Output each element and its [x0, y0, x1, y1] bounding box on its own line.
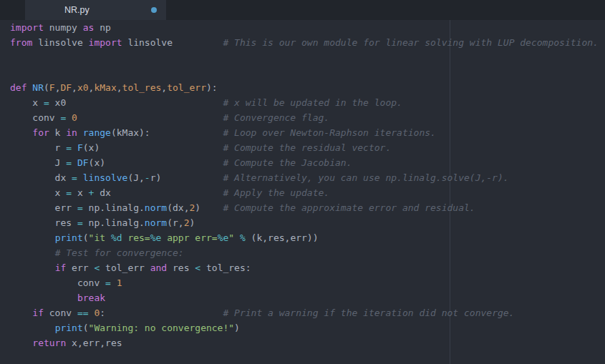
code-token: tol_err	[167, 82, 206, 93]
tab-nr-py[interactable]: NR.py	[25, 0, 166, 20]
code-token: DF	[77, 157, 89, 168]
code-token: break	[77, 292, 105, 303]
code-token: import	[10, 22, 44, 33]
code-token: )	[189, 217, 195, 228]
code-token: numpy	[44, 22, 83, 33]
code-token	[77, 127, 83, 138]
code-line[interactable]: break	[10, 290, 605, 305]
code-token: return	[32, 338, 66, 348]
code-token: def	[10, 82, 26, 93]
code-token: # Print a warning if the iteration did n…	[223, 308, 514, 318]
code-line[interactable]: conv = 1	[10, 275, 605, 290]
code-token	[10, 247, 55, 258]
code-token: =	[77, 217, 83, 228]
code-line[interactable]: J = DF(x) # Compute the Jacobian.	[10, 155, 605, 170]
code-token: print	[55, 232, 83, 243]
code-area: import numpy as npfrom linsolve import l…	[0, 20, 605, 350]
code-token: (	[83, 232, 89, 243]
code-token: )	[234, 323, 240, 333]
code-line[interactable]: x = x0 # x will be updated in the loop.	[10, 95, 605, 110]
code-token: # Convergence flag.	[223, 112, 329, 123]
code-token: r)	[150, 172, 162, 183]
code-token: %e	[218, 232, 229, 243]
code-line[interactable]: def NR(F,DF,x0,kMax,tol_res,tol_err):	[10, 80, 605, 95]
code-token: tol_res:	[200, 262, 251, 273]
code-token: =	[66, 187, 72, 198]
code-line[interactable]: r = F(x) # Compute the residual vector.	[10, 140, 605, 155]
code-token: # Test for convergence:	[55, 247, 184, 258]
code-line[interactable]: print("Warning: no convergence!")	[10, 320, 605, 335]
code-token	[111, 277, 117, 288]
code-token: =	[77, 202, 83, 213]
code-line[interactable]: res = np.linalg.norm(r,2)	[10, 215, 605, 230]
code-token: # Compute the approximate error and resi…	[223, 202, 475, 213]
code-line[interactable]: for k in range(kMax): # Loop over Newton…	[10, 125, 605, 140]
code-token: linsolve	[122, 37, 173, 48]
modified-dot-icon[interactable]	[151, 7, 157, 13]
code-token: for	[32, 127, 49, 138]
code-token: # This is our own module for linear solv…	[223, 37, 598, 48]
code-token: res=	[122, 232, 150, 243]
code-token	[10, 262, 55, 273]
code-token: as	[83, 22, 95, 33]
code-line[interactable]: if err < tol_err and res < tol_res:	[10, 260, 605, 275]
code-token: x	[10, 187, 66, 198]
code-token: :	[100, 308, 105, 318]
code-token: (k,res,err))	[246, 232, 319, 243]
code-token: np.linalg.	[83, 202, 145, 213]
code-line[interactable]: err = np.linalg.norm(dx,2) # Compute the…	[10, 200, 605, 215]
code-line[interactable]	[10, 65, 605, 80]
code-line[interactable]: dx = linsolve(J,-r) # Alternatively, you…	[10, 170, 605, 185]
code-token	[10, 292, 77, 303]
code-line[interactable]: # Test for convergence:	[10, 245, 605, 260]
code-token: ):	[206, 82, 218, 93]
code-token: range	[83, 127, 111, 138]
code-line[interactable]	[10, 50, 605, 65]
code-token	[200, 202, 223, 213]
code-token: (dx,	[167, 202, 189, 213]
code-token: # x will be updated in the loop.	[223, 97, 402, 108]
code-token: %	[240, 232, 246, 243]
code-token	[77, 112, 223, 123]
code-token: conv	[10, 277, 105, 288]
code-token: norm	[145, 202, 167, 213]
code-token: "it	[89, 232, 111, 243]
code-token	[66, 97, 223, 108]
code-line[interactable]: x = x + dx # Apply the update.	[10, 185, 605, 200]
code-token	[77, 172, 83, 183]
code-token: )	[195, 202, 200, 213]
code-token: import	[89, 37, 122, 48]
code-token: # Apply the update.	[223, 187, 329, 198]
code-token: =	[44, 97, 49, 108]
code-token: kMax	[94, 82, 116, 93]
code-token: x0	[49, 97, 66, 108]
code-token: (x)	[89, 157, 105, 168]
code-line[interactable]: print("it %d res=%e appr err=%e" % (k,re…	[10, 230, 605, 245]
code-token	[173, 37, 223, 48]
code-token: # Loop over Newton-Raphson iterations.	[223, 127, 435, 138]
code-token	[72, 142, 77, 153]
code-token: conv	[10, 112, 60, 123]
code-line[interactable]: conv = 0 # Convergence flag.	[10, 110, 605, 125]
code-line[interactable]: if conv == 0: # Print a warning if the i…	[10, 305, 605, 320]
code-editor[interactable]: import numpy as npfrom linsolve import l…	[0, 20, 605, 364]
code-line[interactable]: return x,err,res	[10, 335, 605, 350]
code-token: F	[77, 142, 83, 153]
code-token: (	[44, 82, 49, 93]
code-token: "Warning: no convergence!"	[89, 323, 235, 333]
code-token: x,err,res	[66, 338, 122, 348]
code-token: linsolve	[83, 172, 128, 183]
code-line[interactable]: from linsolve import linsolve # This is …	[10, 35, 605, 50]
code-token: err	[66, 262, 94, 273]
code-token: (kMax):	[111, 127, 150, 138]
code-token: 1	[117, 277, 122, 288]
code-token: norm	[145, 217, 167, 228]
code-token: dx	[94, 187, 110, 198]
code-token: <	[195, 262, 200, 273]
code-token: k	[49, 127, 66, 138]
code-token: x	[72, 187, 88, 198]
code-token: in	[66, 127, 77, 138]
code-token: # Compute the Jacobian.	[223, 157, 352, 168]
code-line[interactable]: import numpy as np	[10, 20, 605, 35]
code-token: np	[94, 22, 110, 33]
